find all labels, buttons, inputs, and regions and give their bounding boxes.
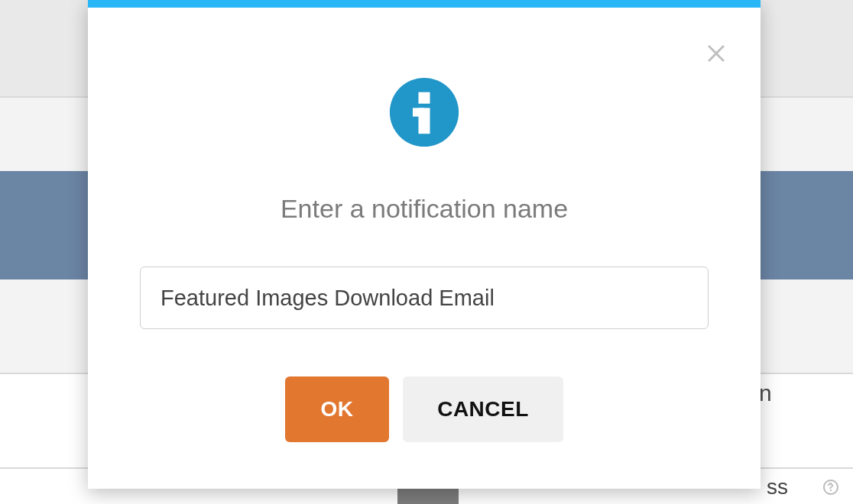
background-text-fragment: n: [759, 380, 772, 406]
close-button[interactable]: [702, 38, 730, 66]
modal-button-row: OK CANCEL: [88, 376, 761, 442]
background-text-fragment: ss: [767, 475, 788, 499]
info-icon: [388, 76, 460, 148]
svg-rect-3: [413, 108, 424, 116]
cancel-button[interactable]: CANCEL: [403, 376, 563, 442]
ok-button[interactable]: OK: [285, 376, 389, 442]
svg-rect-1: [418, 92, 430, 104]
help-icon[interactable]: [822, 478, 840, 496]
notification-name-modal: Enter a notification name OK CANCEL: [88, 0, 761, 489]
modal-content: Enter a notification name OK CANCEL: [88, 8, 761, 442]
background-thumbnail: [397, 489, 459, 504]
modal-prompt: Enter a notification name: [88, 194, 761, 224]
close-icon: [703, 39, 729, 65]
question-circle-icon: [822, 478, 840, 496]
notification-name-input[interactable]: [140, 267, 709, 329]
